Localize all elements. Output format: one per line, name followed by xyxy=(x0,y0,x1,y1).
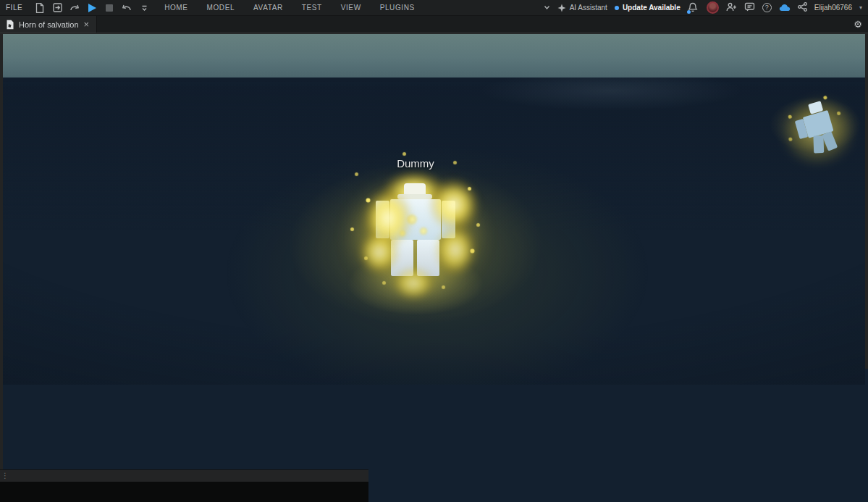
tab-horn-of-salvation[interactable]: Horn of salvation × xyxy=(0,16,97,33)
recorder-logo xyxy=(828,425,861,463)
ribbon-tab-home[interactable]: HOME xyxy=(164,4,187,12)
command-input[interactable] xyxy=(12,472,861,481)
viewport-3d[interactable]: Dummy xyxy=(3,34,865,469)
dummy-name-label: Dummy xyxy=(361,157,470,170)
add-person-icon xyxy=(726,2,737,12)
notifications-button[interactable] xyxy=(688,2,699,14)
command-history-dropdown-icon[interactable]: ▾ xyxy=(861,473,868,480)
play-icon xyxy=(88,4,96,12)
toolbar-options-chevron-icon xyxy=(141,4,148,12)
file-menu[interactable]: FILE xyxy=(6,4,22,12)
ribbon-tab-test[interactable]: TEST xyxy=(302,4,322,12)
new-file-button[interactable] xyxy=(33,1,47,14)
bottom-strip xyxy=(0,482,868,502)
ribbon-tab-plugins[interactable]: PLUGINS xyxy=(380,4,415,12)
spark-particles xyxy=(361,157,363,159)
viewport-frame: Dummy xyxy=(0,33,868,469)
update-available-label: Update Available xyxy=(623,4,681,12)
add-collaborator-button[interactable] xyxy=(726,1,737,14)
flame-particle xyxy=(392,266,435,301)
play-button[interactable] xyxy=(85,1,99,14)
username-label[interactable]: Elijah06766 xyxy=(814,4,852,12)
share-button[interactable] xyxy=(798,1,807,14)
redo-icon xyxy=(69,4,80,12)
open-place-button[interactable] xyxy=(50,1,64,14)
notification-badge xyxy=(687,10,691,14)
watermark-text: mortingit xyxy=(643,429,734,451)
command-bar: ⋮ ▾ xyxy=(0,469,868,482)
dummy-character: Dummy xyxy=(361,157,470,306)
sky xyxy=(3,34,865,86)
feedback-button[interactable] xyxy=(744,1,755,14)
toolbar-options-button[interactable] xyxy=(137,1,151,14)
cloud-sync-button[interactable] xyxy=(779,1,791,14)
ribbon-tab-model[interactable]: MODEL xyxy=(207,4,235,12)
update-available-button[interactable]: Update Available xyxy=(615,4,681,12)
stop-icon xyxy=(106,4,113,12)
new-file-icon xyxy=(35,3,44,13)
redo-button[interactable] xyxy=(67,1,82,14)
roblox-studio-window: FILE xyxy=(0,0,868,502)
flame-particle xyxy=(434,224,477,276)
open-import-icon xyxy=(53,3,62,12)
undo-icon xyxy=(122,4,132,12)
sparkle-icon xyxy=(557,4,566,12)
flame-particle xyxy=(358,230,400,275)
update-dot-icon xyxy=(615,6,619,10)
user-dropdown-chevron-icon[interactable]: ▾ xyxy=(859,4,862,11)
stop-button[interactable] xyxy=(102,1,117,14)
tab-close-icon[interactable]: × xyxy=(83,20,90,29)
tab-label: Horn of salvation xyxy=(19,20,79,29)
user-avatar[interactable] xyxy=(707,1,719,14)
ribbon-collapse-button[interactable] xyxy=(544,5,550,10)
undo-button[interactable] xyxy=(119,1,134,14)
place-file-icon xyxy=(6,20,14,30)
ai-assistant-button[interactable]: AI Assistant xyxy=(557,4,607,12)
command-bar-drag-handle[interactable]: ⋮ xyxy=(0,472,12,480)
chevron-down-icon xyxy=(544,5,550,10)
spark-particles xyxy=(778,108,780,111)
document-tab-bar: Horn of salvation × ⚙ xyxy=(0,16,868,33)
studio-settings-gear-icon[interactable]: ⚙ xyxy=(854,20,862,29)
ai-assistant-label: AI Assistant xyxy=(570,4,607,12)
menu-bar-right-cluster: AI Assistant Update Available xyxy=(544,1,862,14)
share-icon xyxy=(798,2,807,12)
help-button[interactable]: ? xyxy=(762,3,772,12)
menu-bar: FILE xyxy=(0,0,868,16)
ribbon-tab-avatar[interactable]: AVATAR xyxy=(253,4,283,12)
cloud-icon xyxy=(779,4,791,12)
chat-feedback-icon xyxy=(744,2,755,12)
ribbon-tab-strip: HOME MODEL AVATAR TEST VIEW PLUGINS xyxy=(164,4,415,12)
ribbon-tab-view[interactable]: VIEW xyxy=(341,4,361,12)
help-icon: ? xyxy=(765,4,769,11)
glow-spark xyxy=(419,227,428,235)
